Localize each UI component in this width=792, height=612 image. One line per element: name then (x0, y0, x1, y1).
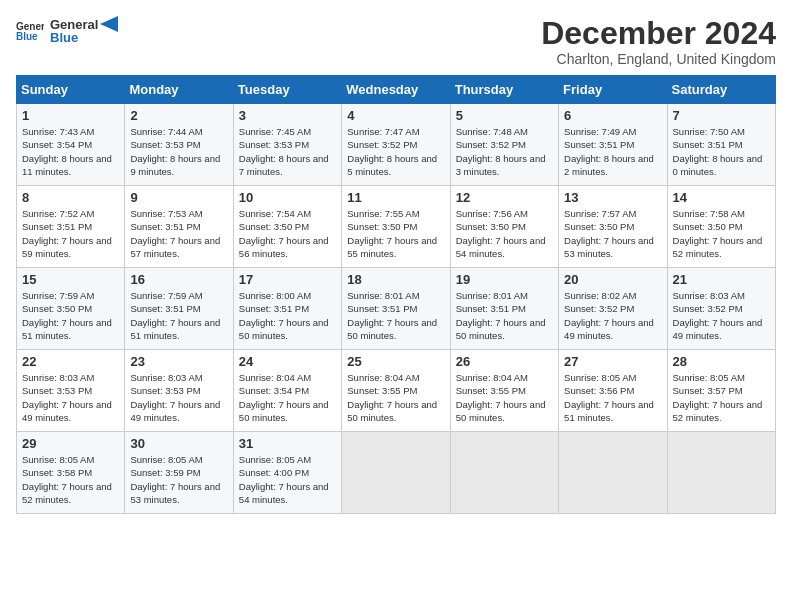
day-number: 8 (22, 190, 119, 205)
day-detail: Sunrise: 8:04 AMSunset: 3:54 PMDaylight:… (239, 372, 329, 423)
calendar-table: SundayMondayTuesdayWednesdayThursdayFrid… (16, 75, 776, 514)
calendar-cell: 24Sunrise: 8:04 AMSunset: 3:54 PMDayligh… (233, 350, 341, 432)
week-row-3: 15Sunrise: 7:59 AMSunset: 3:50 PMDayligh… (17, 268, 776, 350)
calendar-cell: 9Sunrise: 7:53 AMSunset: 3:51 PMDaylight… (125, 186, 233, 268)
day-detail: Sunrise: 8:05 AMSunset: 3:57 PMDaylight:… (673, 372, 763, 423)
day-number: 9 (130, 190, 227, 205)
calendar-cell: 1Sunrise: 7:43 AMSunset: 3:54 PMDaylight… (17, 104, 125, 186)
day-detail: Sunrise: 8:04 AMSunset: 3:55 PMDaylight:… (456, 372, 546, 423)
day-number: 17 (239, 272, 336, 287)
calendar-header-row: SundayMondayTuesdayWednesdayThursdayFrid… (17, 76, 776, 104)
day-detail: Sunrise: 8:00 AMSunset: 3:51 PMDaylight:… (239, 290, 329, 341)
calendar-cell (559, 432, 667, 514)
day-number: 16 (130, 272, 227, 287)
calendar-cell: 27Sunrise: 8:05 AMSunset: 3:56 PMDayligh… (559, 350, 667, 432)
day-number: 29 (22, 436, 119, 451)
day-number: 26 (456, 354, 553, 369)
day-detail: Sunrise: 7:58 AMSunset: 3:50 PMDaylight:… (673, 208, 763, 259)
day-detail: Sunrise: 8:03 AMSunset: 3:53 PMDaylight:… (22, 372, 112, 423)
day-detail: Sunrise: 8:03 AMSunset: 3:53 PMDaylight:… (130, 372, 220, 423)
calendar-cell (342, 432, 450, 514)
column-header-thursday: Thursday (450, 76, 558, 104)
calendar-cell: 12Sunrise: 7:56 AMSunset: 3:50 PMDayligh… (450, 186, 558, 268)
day-number: 11 (347, 190, 444, 205)
day-detail: Sunrise: 8:05 AMSunset: 3:58 PMDaylight:… (22, 454, 112, 505)
day-number: 5 (456, 108, 553, 123)
day-detail: Sunrise: 7:44 AMSunset: 3:53 PMDaylight:… (130, 126, 220, 177)
day-detail: Sunrise: 8:05 AMSunset: 3:59 PMDaylight:… (130, 454, 220, 505)
day-detail: Sunrise: 8:01 AMSunset: 3:51 PMDaylight:… (456, 290, 546, 341)
day-number: 19 (456, 272, 553, 287)
day-detail: Sunrise: 7:53 AMSunset: 3:51 PMDaylight:… (130, 208, 220, 259)
day-number: 31 (239, 436, 336, 451)
column-header-friday: Friday (559, 76, 667, 104)
day-number: 27 (564, 354, 661, 369)
column-header-sunday: Sunday (17, 76, 125, 104)
day-number: 30 (130, 436, 227, 451)
day-number: 12 (456, 190, 553, 205)
day-number: 3 (239, 108, 336, 123)
day-number: 22 (22, 354, 119, 369)
calendar-cell: 11Sunrise: 7:55 AMSunset: 3:50 PMDayligh… (342, 186, 450, 268)
day-number: 15 (22, 272, 119, 287)
day-number: 4 (347, 108, 444, 123)
logo-icon: General Blue (16, 20, 44, 42)
calendar-cell: 14Sunrise: 7:58 AMSunset: 3:50 PMDayligh… (667, 186, 775, 268)
location-subtitle: Charlton, England, United Kingdom (541, 51, 776, 67)
day-number: 23 (130, 354, 227, 369)
day-detail: Sunrise: 8:04 AMSunset: 3:55 PMDaylight:… (347, 372, 437, 423)
calendar-cell: 8Sunrise: 7:52 AMSunset: 3:51 PMDaylight… (17, 186, 125, 268)
title-area: December 2024 Charlton, England, United … (541, 16, 776, 67)
calendar-cell: 18Sunrise: 8:01 AMSunset: 3:51 PMDayligh… (342, 268, 450, 350)
month-title: December 2024 (541, 16, 776, 51)
day-detail: Sunrise: 8:05 AMSunset: 3:56 PMDaylight:… (564, 372, 654, 423)
column-header-saturday: Saturday (667, 76, 775, 104)
calendar-cell: 31Sunrise: 8:05 AMSunset: 4:00 PMDayligh… (233, 432, 341, 514)
svg-marker-2 (100, 16, 118, 32)
logo-blue: Blue (50, 30, 78, 45)
day-detail: Sunrise: 7:48 AMSunset: 3:52 PMDaylight:… (456, 126, 546, 177)
day-number: 14 (673, 190, 770, 205)
calendar-cell (450, 432, 558, 514)
logo-arrow-icon (100, 16, 118, 32)
calendar-cell: 19Sunrise: 8:01 AMSunset: 3:51 PMDayligh… (450, 268, 558, 350)
column-header-tuesday: Tuesday (233, 76, 341, 104)
week-row-5: 29Sunrise: 8:05 AMSunset: 3:58 PMDayligh… (17, 432, 776, 514)
calendar-cell: 3Sunrise: 7:45 AMSunset: 3:53 PMDaylight… (233, 104, 341, 186)
column-header-monday: Monday (125, 76, 233, 104)
day-number: 28 (673, 354, 770, 369)
calendar-cell: 17Sunrise: 8:00 AMSunset: 3:51 PMDayligh… (233, 268, 341, 350)
calendar-cell: 13Sunrise: 7:57 AMSunset: 3:50 PMDayligh… (559, 186, 667, 268)
day-detail: Sunrise: 7:59 AMSunset: 3:50 PMDaylight:… (22, 290, 112, 341)
page-header: General Blue General Blue December 2024 … (16, 16, 776, 67)
day-detail: Sunrise: 7:56 AMSunset: 3:50 PMDaylight:… (456, 208, 546, 259)
day-detail: Sunrise: 7:52 AMSunset: 3:51 PMDaylight:… (22, 208, 112, 259)
calendar-cell: 26Sunrise: 8:04 AMSunset: 3:55 PMDayligh… (450, 350, 558, 432)
day-number: 20 (564, 272, 661, 287)
calendar-cell: 22Sunrise: 8:03 AMSunset: 3:53 PMDayligh… (17, 350, 125, 432)
calendar-cell: 28Sunrise: 8:05 AMSunset: 3:57 PMDayligh… (667, 350, 775, 432)
calendar-cell (667, 432, 775, 514)
calendar-cell: 10Sunrise: 7:54 AMSunset: 3:50 PMDayligh… (233, 186, 341, 268)
day-detail: Sunrise: 8:03 AMSunset: 3:52 PMDaylight:… (673, 290, 763, 341)
week-row-1: 1Sunrise: 7:43 AMSunset: 3:54 PMDaylight… (17, 104, 776, 186)
calendar-cell: 5Sunrise: 7:48 AMSunset: 3:52 PMDaylight… (450, 104, 558, 186)
calendar-cell: 15Sunrise: 7:59 AMSunset: 3:50 PMDayligh… (17, 268, 125, 350)
calendar-cell: 4Sunrise: 7:47 AMSunset: 3:52 PMDaylight… (342, 104, 450, 186)
calendar-cell: 2Sunrise: 7:44 AMSunset: 3:53 PMDaylight… (125, 104, 233, 186)
day-detail: Sunrise: 8:02 AMSunset: 3:52 PMDaylight:… (564, 290, 654, 341)
day-detail: Sunrise: 7:45 AMSunset: 3:53 PMDaylight:… (239, 126, 329, 177)
logo: General Blue General Blue (16, 16, 118, 45)
day-number: 7 (673, 108, 770, 123)
day-detail: Sunrise: 7:50 AMSunset: 3:51 PMDaylight:… (673, 126, 763, 177)
day-number: 21 (673, 272, 770, 287)
day-detail: Sunrise: 7:49 AMSunset: 3:51 PMDaylight:… (564, 126, 654, 177)
day-number: 10 (239, 190, 336, 205)
calendar-cell: 16Sunrise: 7:59 AMSunset: 3:51 PMDayligh… (125, 268, 233, 350)
day-number: 24 (239, 354, 336, 369)
column-header-wednesday: Wednesday (342, 76, 450, 104)
day-detail: Sunrise: 7:59 AMSunset: 3:51 PMDaylight:… (130, 290, 220, 341)
calendar-cell: 21Sunrise: 8:03 AMSunset: 3:52 PMDayligh… (667, 268, 775, 350)
day-detail: Sunrise: 7:43 AMSunset: 3:54 PMDaylight:… (22, 126, 112, 177)
day-number: 13 (564, 190, 661, 205)
